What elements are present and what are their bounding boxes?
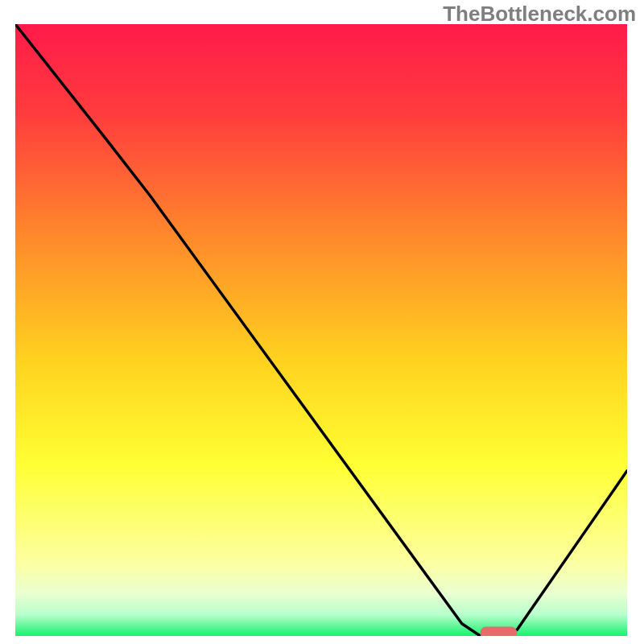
chart-plot — [15, 24, 627, 636]
chart-svg — [15, 24, 627, 636]
watermark-label: TheBottleneck.com — [443, 2, 636, 27]
gradient-background — [15, 24, 627, 636]
target-marker — [481, 627, 518, 636]
chart-frame: TheBottleneck.com — [0, 0, 644, 644]
